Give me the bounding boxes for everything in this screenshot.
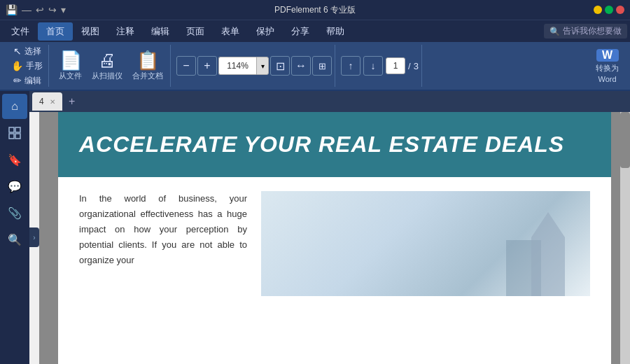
menu-file[interactable]: 文件 <box>3 22 38 41</box>
menu-view[interactable]: 视图 <box>73 22 108 41</box>
win-close-btn[interactable] <box>616 6 624 14</box>
thumbnails-icon <box>8 127 21 139</box>
edit-label: 编辑 <box>24 75 41 87</box>
menu-comment[interactable]: 注释 <box>108 22 143 41</box>
titlebar-left-icons: 💾 — ↩ ↪ ▾ <box>6 4 66 15</box>
from-file-icon: 📄 <box>59 51 82 69</box>
pdf-image-column <box>261 191 590 296</box>
zoom-dropdown-btn[interactable]: ▾ <box>256 57 269 75</box>
word-icon-letter: W <box>602 49 612 62</box>
hand-icon: ✋ <box>11 60 23 71</box>
convert-label2: Word <box>598 75 616 83</box>
select-label: 选择 <box>24 46 41 57</box>
svg-rect-2 <box>9 134 14 139</box>
fit-window-btn[interactable]: ⊞ <box>312 56 332 76</box>
menu-protect[interactable]: 保护 <box>248 22 283 41</box>
menu-home[interactable]: 首页 <box>38 22 73 41</box>
page-nav-group: ↑ ↓ / 3 <box>338 45 422 87</box>
zoom-in-btn[interactable]: + <box>197 56 217 76</box>
zoom-input[interactable] <box>218 57 256 75</box>
dropdown-icon[interactable]: ▾ <box>61 4 66 15</box>
left-sidebar: ⌂ 🔖 💬 📎 🔍 › <box>0 91 29 364</box>
search-bar[interactable]: 🔍 告诉我你想要做 <box>544 24 627 38</box>
redo-icon[interactable]: ↪ <box>48 4 57 15</box>
tab-label: 4 <box>39 97 44 106</box>
page-separator: / <box>408 61 411 71</box>
convert-icon: W <box>596 49 619 62</box>
document-tab[interactable]: 4 ✕ <box>32 92 62 111</box>
win-maximize-btn[interactable] <box>605 6 613 14</box>
window-controls <box>594 6 624 14</box>
cursor-tools-group: ↖ 选择 ✋ 手形 ✏ 编辑 <box>6 45 49 87</box>
total-pages: 3 <box>414 61 419 71</box>
pdf-title: ACCELERATE YOUR REAL ESTATE DEALS <box>79 132 564 158</box>
merge-docs-btn[interactable]: 📋 合并文档 <box>128 47 167 85</box>
sidebar-attachment-tool[interactable]: 📎 <box>2 200 27 225</box>
menu-edit[interactable]: 编辑 <box>143 22 178 41</box>
merge-icon: 📋 <box>136 51 159 69</box>
merge-label: 合并文档 <box>132 71 163 81</box>
scrollbar[interactable] <box>620 112 630 364</box>
hand-label: 手形 <box>26 60 43 72</box>
tab-bar: 4 ✕ + <box>29 91 630 112</box>
select-tool[interactable]: ↖ 选择 <box>10 45 44 58</box>
menu-share[interactable]: 分享 <box>283 22 318 41</box>
app-title: PDFelement 6 专业版 <box>274 4 356 16</box>
hand-tool[interactable]: ✋ 手形 <box>8 59 46 73</box>
pdf-text-column: In the world of business, your organizat… <box>79 191 247 296</box>
from-file-label: 从文件 <box>59 71 82 81</box>
sidebar-annotations-tool[interactable]: 💬 <box>2 174 27 199</box>
menu-form[interactable]: 表单 <box>213 22 248 41</box>
from-scanner-btn[interactable]: 🖨 从扫描仪 <box>88 47 127 85</box>
from-file-btn[interactable]: 📄 从文件 <box>55 47 86 85</box>
svg-rect-1 <box>15 127 20 132</box>
from-scanner-label: 从扫描仪 <box>92 71 122 81</box>
menu-help[interactable]: 帮助 <box>318 22 353 41</box>
fit-page-btn[interactable]: ⊡ <box>270 56 290 76</box>
convert-label1: 转换为 <box>596 63 619 74</box>
win-minimize-btn[interactable] <box>594 6 602 14</box>
pdf-body: In the world of business, your organizat… <box>58 177 611 310</box>
pdf-banner: ACCELERATE YOUR REAL ESTATE DEALS <box>58 112 611 177</box>
sidebar-search-tool[interactable]: 🔍 <box>2 227 27 252</box>
tab-close-btn[interactable]: ✕ <box>50 98 55 106</box>
zoom-out-btn[interactable]: − <box>176 56 196 76</box>
zoom-controls-group: − + ▾ ⊡ ↔ ⊞ <box>174 45 335 87</box>
create-tools-group: 📄 从文件 🖨 从扫描仪 📋 合并文档 <box>52 45 171 87</box>
fit-width-btn[interactable]: ↔ <box>291 56 311 76</box>
search-hint: 告诉我你想要做 <box>563 25 622 37</box>
sidebar-thumbnails-tool[interactable] <box>2 120 27 146</box>
pdf-body-text: In the world of business, your organizat… <box>79 191 247 268</box>
sidebar-expand-btn[interactable]: › <box>29 227 39 247</box>
save-icon[interactable]: 💾 <box>6 4 18 15</box>
select-icon: ↖ <box>13 46 22 57</box>
page-navigation: ↑ ↓ / 3 <box>341 56 419 76</box>
toolbar: ↖ 选择 ✋ 手形 ✏ 编辑 📄 从文件 🖨 从扫描仪 📋 合并文档 − + <box>0 42 630 91</box>
menu-bar: 文件 首页 视图 注释 编辑 页面 表单 保护 分享 帮助 🔍 告诉我你想要做 <box>0 20 630 42</box>
convert-to-word-btn[interactable]: W 转换为 Word <box>590 47 624 85</box>
current-page-input[interactable] <box>386 57 405 74</box>
menu-page[interactable]: 页面 <box>178 22 213 41</box>
svg-rect-0 <box>9 127 14 132</box>
prev-page-btn[interactable]: ↑ <box>341 56 360 76</box>
pdf-page: ACCELERATE YOUR REAL ESTATE DEALS In the… <box>58 112 611 364</box>
from-scanner-icon: 🖨 <box>98 51 116 69</box>
search-icon: 🔍 <box>550 27 560 36</box>
svg-rect-3 <box>15 134 20 139</box>
new-tab-btn[interactable]: + <box>64 93 80 110</box>
sidebar-home-tool[interactable]: ⌂ <box>2 94 27 119</box>
undo-icon[interactable]: ↩ <box>36 4 44 15</box>
title-bar: 💾 — ↩ ↪ ▾ PDFelement 6 专业版 <box>0 0 630 20</box>
scrollbar-thumb[interactable] <box>620 112 630 168</box>
main-content: ACCELERATE YOUR REAL ESTATE DEALS In the… <box>39 112 630 364</box>
edit-tool[interactable]: ✏ 编辑 <box>10 74 44 88</box>
edit-icon: ✏ <box>13 75 22 86</box>
next-page-btn[interactable]: ↓ <box>363 56 383 76</box>
minimize-icon[interactable]: — <box>22 4 31 15</box>
sidebar-bookmarks-tool[interactable]: 🔖 <box>2 147 27 172</box>
